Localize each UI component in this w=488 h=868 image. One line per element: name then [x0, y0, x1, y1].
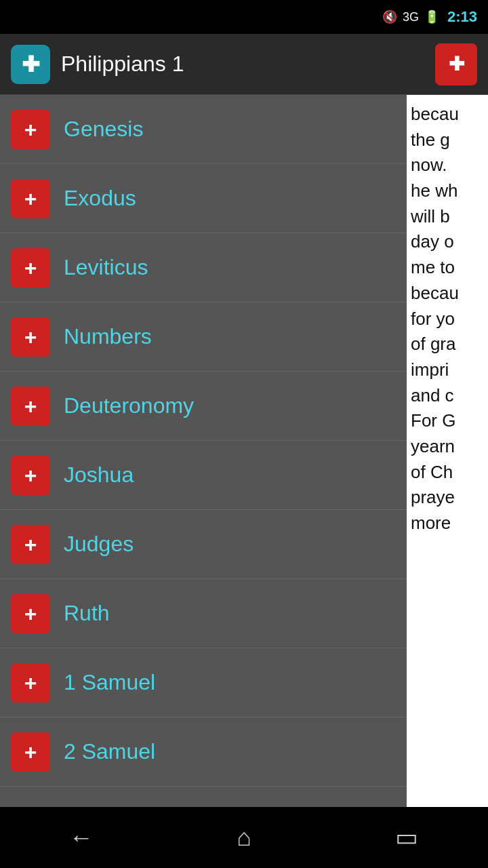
book-icon	[11, 179, 50, 218]
app-icon-cross: ✚	[22, 54, 40, 75]
list-item[interactable]: Judges	[0, 510, 407, 579]
book-name: 2 Samuel	[64, 739, 155, 764]
book-name: Genesis	[64, 117, 143, 142]
time-display: 2:13	[447, 8, 477, 26]
book-name: Exodus	[64, 186, 136, 211]
toolbar-button[interactable]: ✚	[435, 43, 477, 85]
toolbar-cross-icon: ✚	[449, 53, 464, 75]
status-bar: 🔇 3G 🔋 2:13	[0, 0, 488, 34]
book-name: Joshua	[64, 462, 134, 488]
book-name: 1 Samuel	[64, 670, 155, 695]
book-icon	[11, 732, 50, 772]
signal-icon: 3G	[403, 10, 419, 24]
back-button[interactable]: ←	[54, 817, 108, 858]
book-list: Genesis Exodus Leviticus Numbers Deutero…	[0, 95, 407, 868]
list-item[interactable]: 1 Samuel	[0, 648, 407, 717]
home-icon: ⌂	[237, 823, 251, 852]
list-item[interactable]: Ruth	[0, 579, 407, 648]
book-icon	[11, 594, 50, 633]
book-icon	[11, 387, 50, 426]
list-item[interactable]: 2 Samuel	[0, 717, 407, 787]
book-name: Leviticus	[64, 255, 148, 280]
book-name: Ruth	[64, 601, 110, 626]
book-icon	[11, 110, 50, 149]
back-icon: ←	[69, 823, 94, 852]
list-item[interactable]: Exodus	[0, 164, 407, 233]
list-item[interactable]: Genesis	[0, 95, 407, 164]
list-item[interactable]: Leviticus	[0, 233, 407, 302]
recent-button[interactable]: ▭	[380, 817, 434, 858]
mute-icon: 🔇	[382, 9, 397, 24]
app-icon: ✚	[11, 45, 50, 84]
book-icon	[11, 663, 50, 703]
book-icon	[11, 248, 50, 288]
reading-text: becauthe gnow.he whwill bday ome tobecau…	[407, 95, 488, 543]
nav-bar: ← ⌂ ▭	[0, 807, 488, 868]
app-bar: ✚ Philippians 1 ✚	[0, 34, 488, 95]
battery-icon: 🔋	[424, 9, 439, 24]
app-title: Philippians 1	[61, 52, 184, 77]
book-name: Deuteronomy	[64, 393, 194, 418]
book-icon	[11, 317, 50, 357]
list-item[interactable]: Deuteronomy	[0, 372, 407, 441]
list-item[interactable]: Joshua	[0, 441, 407, 510]
book-name: Judges	[64, 532, 134, 557]
list-item[interactable]: Numbers	[0, 302, 407, 372]
recent-icon: ▭	[395, 823, 418, 852]
book-name: Numbers	[64, 324, 152, 349]
app-bar-left: ✚ Philippians 1	[11, 45, 184, 84]
book-icon	[11, 456, 50, 495]
main-content: Genesis Exodus Leviticus Numbers Deutero…	[0, 95, 488, 868]
reading-panel: becauthe gnow.he whwill bday ome tobecau…	[407, 95, 488, 868]
home-button[interactable]: ⌂	[217, 817, 271, 858]
book-icon	[11, 525, 50, 564]
